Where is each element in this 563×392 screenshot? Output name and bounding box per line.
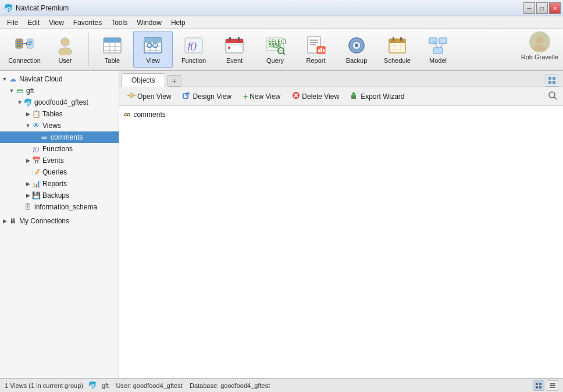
toolbar-view[interactable]: View: [133, 31, 173, 68]
tab-objects[interactable]: Objects: [122, 73, 165, 87]
tables-folder-icon: 📋: [31, 109, 41, 119]
sidebar-label-backups: Backups: [42, 191, 69, 199]
export-wizard-button[interactable]: Export Wizard: [346, 90, 409, 103]
svg-point-70: [536, 36, 544, 44]
title-bar: 🐬 Navicat Premium ─ □ ✕: [0, 0, 563, 16]
status-db-icon: 🐬: [88, 381, 97, 390]
design-view-button[interactable]: Design View: [178, 90, 236, 103]
sidebar-item-reports[interactable]: ▶ 📊 Reports: [0, 178, 119, 190]
toolbar-user[interactable]: User: [45, 31, 85, 68]
sidebar-item-goodfood4[interactable]: ▼ 🐬 goodfood4_gftest: [0, 97, 119, 108]
list-view-button[interactable]: [547, 380, 558, 391]
tab-action-icon[interactable]: [546, 74, 558, 87]
sidebar-item-navicat-cloud[interactable]: ▼ ☁ Navicat Cloud: [0, 73, 119, 85]
sidebar-item-gft[interactable]: ▼ 🗃 gft: [0, 85, 119, 97]
svg-point-12: [61, 38, 69, 46]
toolbar-query-label: Query: [266, 57, 284, 64]
toolbar-schedule[interactable]: Schedule: [377, 31, 417, 68]
sidebar-item-comments[interactable]: ▶ ∞ comments: [0, 131, 119, 143]
toolbar-table[interactable]: Table: [92, 31, 132, 68]
sidebar-item-info-schema[interactable]: ▶ 🗄 information_schema: [0, 201, 119, 213]
functions-icon: f(): [31, 144, 41, 154]
svg-line-90: [554, 97, 557, 99]
toolbar-backup[interactable]: Backup: [337, 31, 376, 68]
sidebar-item-queries[interactable]: ▶ 📝 Queries: [0, 166, 119, 178]
toolbar-report[interactable]: Report: [296, 31, 336, 68]
search-button[interactable]: [546, 88, 560, 104]
svg-rect-55: [350, 44, 352, 47]
window-controls: ─ □ ✕: [523, 2, 561, 14]
svg-rect-5: [17, 45, 21, 47]
sidebar-item-views[interactable]: ▼ 👁 Views: [0, 120, 119, 131]
svg-rect-36: [238, 37, 240, 41]
close-button[interactable]: ✕: [549, 2, 561, 14]
expand-arrow: ▼: [1, 76, 8, 83]
sidebar-label-functions: Functions: [42, 145, 73, 153]
svg-rect-74: [548, 81, 551, 84]
maximize-button[interactable]: □: [536, 2, 548, 14]
my-connections-icon: 🖥: [8, 216, 17, 226]
sidebar-item-backups[interactable]: ▶ 💾 Backups: [0, 190, 119, 201]
sidebar-item-tables[interactable]: ▶ 📋 Tables: [0, 108, 119, 120]
design-view-icon: [183, 91, 191, 101]
svg-rect-64: [400, 37, 402, 41]
svg-rect-75: [553, 81, 555, 84]
toolbar-event[interactable]: Event: [215, 31, 254, 68]
grid-view-button[interactable]: [533, 380, 544, 391]
menu-tools[interactable]: Tools: [106, 17, 132, 28]
connection-icon: [14, 35, 35, 56]
svg-rect-45: [310, 40, 318, 41]
sidebar-label-gft: gft: [26, 87, 34, 95]
expand-arrow: ▶: [1, 218, 8, 224]
export-wizard-label: Export Wizard: [361, 92, 404, 101]
svg-rect-96: [550, 385, 555, 386]
expand-arrow: ▶: [24, 111, 31, 117]
sidebar-label-tables: Tables: [42, 110, 63, 118]
toolbar-user-label: User: [58, 57, 72, 64]
svg-rect-38: [228, 47, 230, 49]
backup-icon: [346, 35, 367, 56]
sidebar-item-functions[interactable]: ▶ f() Functions: [0, 143, 119, 155]
title-text: Navicat Premium: [16, 4, 560, 12]
svg-rect-95: [550, 383, 555, 384]
svg-rect-3: [17, 43, 19, 44]
svg-rect-72: [548, 77, 551, 80]
toolbar-model[interactable]: Model: [418, 31, 458, 68]
sidebar-item-events[interactable]: ▶ 📅 Events: [0, 155, 119, 166]
sidebar-label-reports: Reports: [42, 180, 67, 188]
toolbar-schedule-label: Schedule: [384, 57, 411, 64]
toolbar-function[interactable]: f() Function: [174, 31, 213, 68]
user-name: Rob Gravelle: [521, 54, 558, 60]
menu-edit[interactable]: Edit: [23, 17, 44, 28]
menu-favorites[interactable]: Favorites: [69, 17, 106, 28]
status-right: [533, 380, 558, 391]
delete-view-button[interactable]: Delete View: [287, 90, 344, 103]
toolbar-query[interactable]: SELECT FROM Query: [255, 31, 295, 68]
object-item-comments[interactable]: ∞ comments: [122, 108, 561, 121]
sidebar-label-queries: Queries: [42, 168, 67, 176]
status-gft: gft: [102, 382, 109, 389]
object-view-icon: ∞: [124, 109, 130, 120]
menu-help[interactable]: Help: [166, 17, 190, 28]
status-text: 1 Views (1 in current group): [5, 382, 83, 389]
minimize-button[interactable]: ─: [523, 2, 535, 14]
new-view-button[interactable]: + New View: [238, 90, 285, 103]
new-tab-button[interactable]: +: [168, 75, 181, 87]
svg-rect-94: [539, 386, 541, 389]
svg-rect-97: [550, 387, 555, 388]
sidebar-item-my-connections[interactable]: ▶ 🖥 My Connections: [0, 215, 119, 227]
delete-view-label: Delete View: [302, 92, 339, 101]
toolbar-model-label: Model: [429, 57, 447, 64]
status-user: User: goodfood4_gftest: [116, 382, 182, 389]
menu-view[interactable]: View: [44, 17, 69, 28]
svg-rect-15: [104, 38, 121, 42]
menu-window[interactable]: Window: [132, 17, 166, 28]
open-view-button[interactable]: Open View: [123, 90, 176, 103]
toolbar-connection[interactable]: Connection: [5, 31, 44, 68]
svg-point-54: [355, 44, 358, 47]
menu-file[interactable]: File: [2, 17, 23, 28]
expand-arrow: ▼: [16, 99, 23, 106]
svg-rect-11: [28, 44, 31, 45]
search-area: [546, 88, 560, 104]
svg-line-43: [283, 53, 285, 55]
